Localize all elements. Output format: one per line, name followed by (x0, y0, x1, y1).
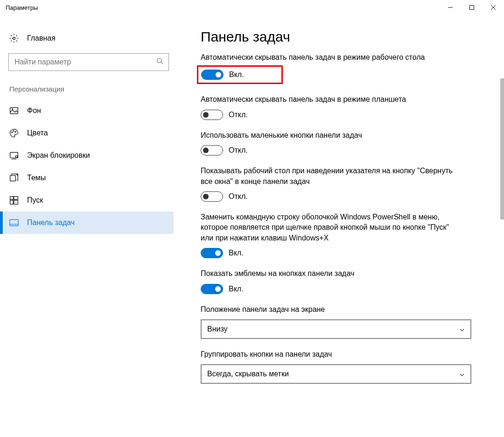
sidebar-item-label: Цвета (27, 129, 48, 137)
svg-rect-19 (10, 200, 14, 204)
svg-point-9 (12, 132, 13, 133)
highlight-frame: Вкл. (197, 65, 283, 84)
sidebar-item-taskbar[interactable]: Панель задач (4, 211, 174, 234)
dropdown-grouping[interactable]: Всегда, скрывать метки (201, 364, 471, 384)
window-title: Параметры (6, 4, 38, 11)
setting-autohide-desktop: Автоматически скрывать панель задач в ре… (201, 52, 494, 84)
gear-icon (9, 34, 19, 43)
sidebar-item-label: Пуск (27, 196, 43, 204)
toggle-small-buttons[interactable] (201, 145, 223, 155)
setting-position: Положение панели задач на экране Внизу (201, 304, 494, 339)
dropdown-position[interactable]: Внизу (201, 319, 471, 339)
home-link[interactable]: Главная (4, 29, 174, 48)
group-header: Персонализация (4, 82, 174, 99)
sidebar-item-themes[interactable]: Темы (4, 167, 174, 189)
toggle-autohide-desktop[interactable] (201, 70, 224, 80)
setting-label: Заменить командную строку оболочкой Wind… (201, 212, 462, 243)
titlebar: Параметры (0, 0, 504, 15)
setting-label: Положение панели задач на экране (201, 304, 462, 315)
setting-label: Показывать рабочий стол при наведении ук… (201, 166, 462, 187)
toggle-state: Откл. (229, 111, 248, 119)
home-label: Главная (27, 34, 56, 42)
themes-icon (9, 173, 19, 183)
svg-rect-20 (14, 200, 18, 204)
toggle-badges[interactable] (201, 284, 223, 294)
page-title: Панель задач (201, 29, 494, 45)
svg-point-11 (15, 132, 16, 133)
dropdown-value: Всегда, скрывать метки (207, 370, 289, 378)
svg-point-4 (13, 37, 15, 40)
scrollbar-thumb[interactable] (500, 78, 504, 219)
svg-rect-17 (10, 197, 14, 200)
svg-point-8 (12, 109, 13, 110)
chevron-down-icon (459, 371, 465, 377)
start-icon (9, 196, 19, 205)
setting-grouping: Группировать кнопки на панели задач Всег… (201, 349, 494, 384)
svg-rect-15 (10, 176, 16, 181)
toggle-state: Откл. (229, 146, 248, 155)
picture-icon (9, 106, 19, 115)
search-field[interactable] (14, 58, 156, 66)
chevron-down-icon (459, 326, 465, 332)
search-icon (156, 57, 164, 67)
sidebar-item-label: Темы (27, 174, 46, 182)
toggle-powershell[interactable] (201, 248, 223, 258)
toggle-state: Вкл. (229, 249, 244, 257)
setting-label: Автоматически скрывать панель задач в ре… (201, 94, 462, 105)
taskbar-icon (9, 218, 19, 227)
sidebar-item-label: Экран блокировки (27, 151, 90, 160)
svg-rect-13 (15, 156, 17, 157)
setting-label: Использовать маленькие кнопки панели зад… (201, 130, 462, 141)
setting-autohide-tablet: Автоматически скрывать панель задач в ре… (201, 94, 494, 120)
setting-small-buttons: Использовать маленькие кнопки панели зад… (201, 130, 494, 155)
toggle-state: Вкл. (229, 70, 244, 79)
svg-point-5 (157, 58, 162, 63)
setting-label: Показать эмблемы на кнопках панели задач (201, 268, 462, 279)
toggle-autohide-tablet[interactable] (201, 110, 223, 120)
sidebar-item-label: Фон (27, 106, 41, 115)
palette-icon (9, 128, 19, 138)
toggle-peek-desktop[interactable] (201, 191, 223, 202)
svg-rect-1 (470, 6, 474, 10)
sidebar-item-label: Панель задач (27, 218, 75, 227)
search-input[interactable] (8, 53, 169, 71)
toggle-state: Вкл. (229, 285, 244, 293)
toggle-state: Откл. (229, 192, 248, 201)
setting-peek-desktop: Показывать рабочий стол при наведении ук… (201, 166, 494, 202)
sidebar: Главная Персонализация Фон (0, 15, 177, 437)
close-button[interactable] (483, 0, 504, 15)
main-content: Панель задач Автоматически скрывать пане… (177, 15, 504, 437)
setting-powershell: Заменить командную строку оболочкой Wind… (201, 212, 494, 258)
svg-rect-12 (10, 152, 18, 158)
svg-line-6 (161, 62, 163, 64)
svg-rect-7 (10, 107, 18, 113)
svg-point-10 (13, 131, 14, 132)
sidebar-item-lockscreen[interactable]: Экран блокировки (4, 144, 174, 167)
svg-rect-21 (10, 219, 18, 226)
setting-label: Группировать кнопки на панели задач (201, 349, 462, 359)
maximize-button[interactable] (461, 0, 483, 15)
sidebar-item-start[interactable]: Пуск (4, 189, 174, 211)
svg-rect-18 (14, 197, 18, 200)
setting-badges: Показать эмблемы на кнопках панели задач… (201, 268, 494, 294)
lockscreen-icon (9, 151, 19, 160)
minimize-button[interactable] (440, 0, 461, 15)
setting-label: Автоматически скрывать панель задач в ре… (201, 52, 462, 63)
sidebar-item-colors[interactable]: Цвета (4, 122, 174, 144)
dropdown-value: Внизу (207, 325, 228, 333)
sidebar-item-background[interactable]: Фон (4, 99, 174, 122)
